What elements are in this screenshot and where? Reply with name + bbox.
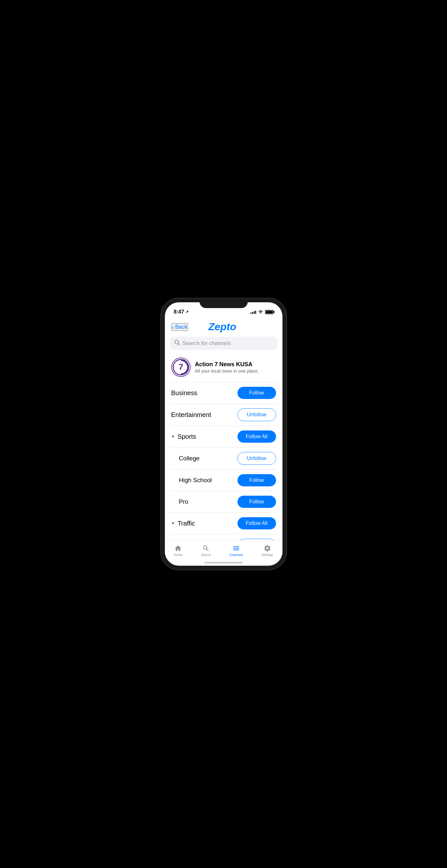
subcategory-label: Pro [171,498,189,505]
battery-icon [265,310,273,314]
svg-line-1 [178,344,179,345]
settings-icon [264,545,271,552]
list-item: ▼ Traffic Follow All [170,513,277,534]
expand-arrow-icon: ▼ [171,434,175,439]
signal-icon [250,310,256,314]
nav-item-channels[interactable]: Channels [224,543,248,558]
follow-business-button[interactable]: Follow [237,387,276,399]
unfollow-entertainment-button[interactable]: Unfollow [237,408,276,421]
list-item: High School Follow [170,469,277,491]
notch [200,299,248,308]
channel-name: Action 7 News KUSA [195,361,276,368]
nav-label-channels: Channels [230,553,243,557]
channels-icon [232,545,240,552]
category-label: Entertainment [171,411,211,418]
item-left: Pro [171,498,189,505]
nav-item-search[interactable]: Search [196,543,216,558]
follow-highschool-button[interactable]: Follow [237,474,276,486]
nav-item-settings[interactable]: Settings [257,543,278,558]
app-title: Zepto [188,321,257,333]
status-time: 8:47 ↗ [174,309,189,315]
content-scroll[interactable]: Search for channels 7 Action 7 News KUSA… [165,337,282,540]
status-icons [250,309,273,314]
bottom-nav: Home Search Channels Setti [165,540,282,559]
list-item: ▼ Sports Follow All [170,426,277,447]
list-item: Business Follow [170,382,277,403]
home-bar [204,562,243,563]
list-item: Entertainment Unfollow [170,403,277,426]
subcategory-label: High School [171,477,212,484]
location-icon: ↗ [185,310,189,314]
expand-arrow-icon: ▼ [171,521,175,526]
category-label: Business [171,389,197,397]
back-label: Back [175,324,187,330]
back-button[interactable]: ‹ Back [171,323,188,331]
home-icon [174,545,182,552]
item-left: Entertainment [171,411,211,418]
item-left: ▼ Traffic [171,520,195,527]
list-item: Interstate 76 Unfollow [170,534,277,540]
search-icon [175,340,180,347]
category-label: Sports [177,433,196,440]
list-item: Pro Follow [170,491,277,513]
list-item: College Unfollow [170,447,277,469]
wifi-icon [258,309,263,314]
unfollow-college-button[interactable]: Unfollow [237,452,276,465]
time-display: 8:47 [174,309,184,315]
nav-label-search: Search [201,553,211,557]
back-chevron-icon: ‹ [172,324,174,330]
search-bar[interactable]: Search for channels [170,337,277,350]
phone-screen: 8:47 ↗ ‹ Back [165,302,282,566]
channel-logo: 7 [171,358,190,377]
channel-header: 7 Action 7 News KUSA All your local news… [170,355,277,382]
follow-all-traffic-button[interactable]: Follow All [237,517,276,529]
channel-description: All your local news in one place. [195,369,276,374]
phone-frame: 8:47 ↗ ‹ Back [161,299,286,569]
item-left: College [171,455,200,462]
home-indicator [165,559,282,566]
nav-header: ‹ Back Zepto [165,318,282,337]
nav-label-settings: Settings [262,553,273,557]
search-placeholder: Search for channels [182,340,231,347]
follow-all-sports-button[interactable]: Follow All [237,431,276,443]
item-left: High School [171,477,212,484]
nav-item-home[interactable]: Home [169,543,188,558]
category-label: Traffic [177,520,195,527]
follow-pro-button[interactable]: Follow [237,496,276,508]
search-nav-icon [202,545,210,552]
item-left: Business [171,389,197,397]
svg-text:7: 7 [178,362,183,372]
channel-info: Action 7 News KUSA All your local news i… [195,361,276,374]
subcategory-label: College [171,455,200,462]
item-left: ▼ Sports [171,433,196,440]
nav-label-home: Home [174,553,182,557]
